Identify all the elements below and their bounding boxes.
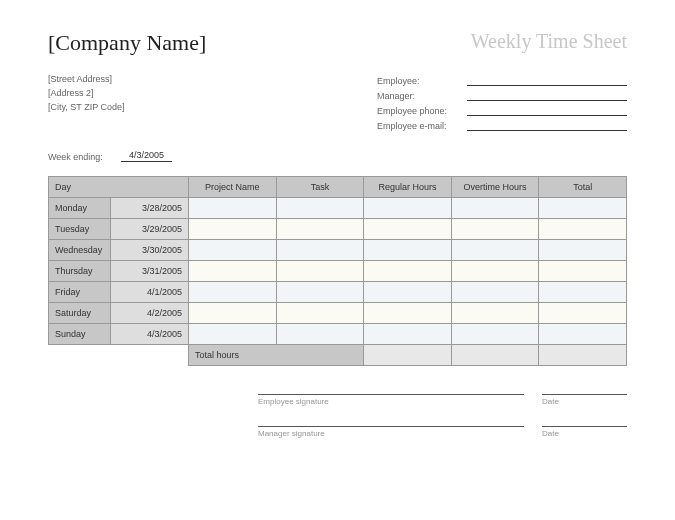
cell-total (539, 282, 627, 303)
manager-signature-date-label: Date (542, 426, 627, 438)
col-total: Total (539, 177, 627, 198)
cell-task (276, 261, 364, 282)
week-ending-value: 4/3/2005 (121, 150, 172, 162)
cell-date: 3/31/2005 (111, 261, 189, 282)
cell-task (276, 198, 364, 219)
manager-signature-label: Manager signature (258, 426, 524, 438)
cell-project (189, 240, 277, 261)
cell-regular (364, 282, 452, 303)
cell-project (189, 303, 277, 324)
cell-day: Thursday (49, 261, 111, 282)
cell-regular (364, 303, 452, 324)
cell-date: 3/29/2005 (111, 219, 189, 240)
cell-day: Wednesday (49, 240, 111, 261)
employee-info: Employee: Manager: Employee phone: Emplo… (377, 74, 627, 134)
cell-project (189, 261, 277, 282)
col-project: Project Name (189, 177, 277, 198)
address-line-1: [Street Address] (48, 74, 125, 84)
cell-day: Monday (49, 198, 111, 219)
table-row: Sunday4/3/2005 (49, 324, 627, 345)
week-ending-label: Week ending: (48, 152, 103, 162)
table-row: Saturday4/2/2005 (49, 303, 627, 324)
employee-signature-label: Employee signature (258, 394, 524, 406)
cell-day: Saturday (49, 303, 111, 324)
cell-total (539, 324, 627, 345)
cell-date: 4/3/2005 (111, 324, 189, 345)
address-block: [Street Address] [Address 2] [City, ST Z… (48, 74, 125, 134)
cell-project (189, 198, 277, 219)
employee-value (467, 74, 627, 86)
page-title: Weekly Time Sheet (471, 30, 627, 53)
col-day: Day (49, 177, 189, 198)
cell-overtime (451, 324, 539, 345)
employee-signature-date-label: Date (542, 394, 627, 406)
col-task: Task (276, 177, 364, 198)
cell-day: Tuesday (49, 219, 111, 240)
cell-regular (364, 324, 452, 345)
table-row: Thursday3/31/2005 (49, 261, 627, 282)
table-row: Friday4/1/2005 (49, 282, 627, 303)
cell-project (189, 219, 277, 240)
total-hours-label: Total hours (189, 345, 364, 366)
cell-overtime (451, 240, 539, 261)
cell-total (539, 240, 627, 261)
cell-project (189, 324, 277, 345)
table-row: Tuesday3/29/2005 (49, 219, 627, 240)
cell-total (539, 303, 627, 324)
cell-regular (364, 261, 452, 282)
table-row: Wednesday3/30/2005 (49, 240, 627, 261)
col-overtime: Overtime Hours (451, 177, 539, 198)
total-overtime (451, 345, 539, 366)
cell-total (539, 261, 627, 282)
cell-task (276, 303, 364, 324)
cell-overtime (451, 303, 539, 324)
manager-value (467, 89, 627, 101)
cell-date: 3/30/2005 (111, 240, 189, 261)
total-regular (364, 345, 452, 366)
cell-regular (364, 198, 452, 219)
cell-task (276, 219, 364, 240)
cell-total (539, 219, 627, 240)
table-row: Monday3/28/2005 (49, 198, 627, 219)
employee-label: Employee: (377, 76, 467, 86)
cell-day: Sunday (49, 324, 111, 345)
cell-date: 4/2/2005 (111, 303, 189, 324)
cell-task (276, 240, 364, 261)
col-regular: Regular Hours (364, 177, 452, 198)
email-value (467, 119, 627, 131)
cell-task (276, 282, 364, 303)
manager-label: Manager: (377, 91, 467, 101)
cell-overtime (451, 261, 539, 282)
phone-value (467, 104, 627, 116)
cell-day: Friday (49, 282, 111, 303)
cell-overtime (451, 282, 539, 303)
cell-date: 4/1/2005 (111, 282, 189, 303)
cell-regular (364, 240, 452, 261)
cell-project (189, 282, 277, 303)
address-line-3: [City, ST ZIP Code] (48, 102, 125, 112)
email-label: Employee e-mail: (377, 121, 467, 131)
cell-total (539, 198, 627, 219)
total-all (539, 345, 627, 366)
phone-label: Employee phone: (377, 106, 467, 116)
cell-regular (364, 219, 452, 240)
address-line-2: [Address 2] (48, 88, 125, 98)
cell-overtime (451, 198, 539, 219)
cell-overtime (451, 219, 539, 240)
cell-task (276, 324, 364, 345)
cell-date: 3/28/2005 (111, 198, 189, 219)
company-name: [Company Name] (48, 30, 206, 56)
timesheet-table: Day Project Name Task Regular Hours Over… (48, 176, 627, 366)
